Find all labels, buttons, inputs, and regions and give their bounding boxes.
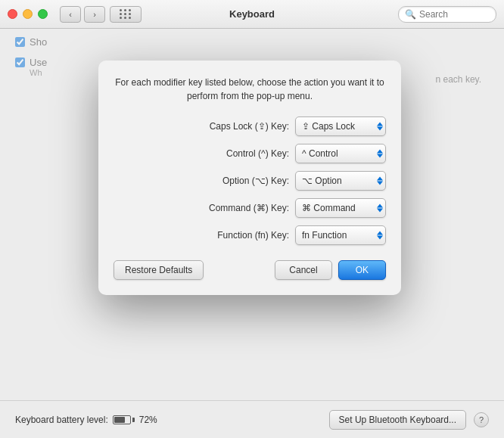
option-row: Option (⌥) Key: ⇪ Caps Lock ^ Control ⌥ …	[114, 171, 386, 191]
titlebar: ‹ › Keyboard 🔍	[0, 0, 504, 29]
caps-lock-select[interactable]: ⇪ Caps Lock ^ Control ⌥ Option ⌘ Command…	[295, 116, 386, 136]
battery-body	[113, 415, 131, 424]
modal-description: For each modifier key listed below, choo…	[114, 76, 386, 103]
maximize-button[interactable]	[38, 9, 48, 19]
battery-fill	[114, 417, 125, 423]
cancel-button[interactable]: Cancel	[275, 260, 331, 280]
apps-button[interactable]	[110, 6, 142, 23]
checkbox-use-sublabel: Wh	[30, 68, 47, 77]
option-select[interactable]: ⇪ Caps Lock ^ Control ⌥ Option ⌘ Command…	[295, 171, 386, 191]
window-title: Keyboard	[229, 8, 275, 20]
control-row: Control (^) Key: ⇪ Caps Lock ^ Control ⌥…	[114, 144, 386, 163]
control-select[interactable]: ⇪ Caps Lock ^ Control ⌥ Option ⌘ Command…	[295, 144, 386, 163]
footer: Keyboard battery level: 72% Set Up Bluet…	[0, 400, 504, 438]
bluetooth-button[interactable]: Set Up Bluetooth Keyboard...	[329, 410, 466, 430]
battery-tip	[132, 418, 135, 422]
traffic-lights	[8, 9, 48, 19]
checkbox-show-label: Sho	[30, 36, 47, 48]
option-select-wrapper: ⇪ Caps Lock ^ Control ⌥ Option ⌘ Command…	[295, 171, 386, 191]
battery-label: Keyboard battery level:	[15, 415, 108, 425]
function-row: Function (fn) Key: ⇪ Caps Lock ^ Control…	[114, 225, 386, 245]
checkbox-show[interactable]	[15, 37, 25, 47]
restore-defaults-button[interactable]: Restore Defaults	[114, 260, 204, 280]
apps-grid-icon	[120, 9, 132, 19]
battery-percentage: 72%	[139, 415, 157, 425]
command-select-wrapper: ⇪ Caps Lock ^ Control ⌥ Option ⌘ Command…	[295, 198, 386, 218]
battery-icon	[113, 415, 135, 424]
command-label: Command (⌘) Key:	[183, 203, 289, 213]
each-key-note: n each key.	[436, 74, 481, 85]
caps-lock-row: Caps Lock (⇪) Key: ⇪ Caps Lock ^ Control…	[114, 116, 386, 136]
close-button[interactable]	[8, 9, 17, 19]
control-select-wrapper: ⇪ Caps Lock ^ Control ⌥ Option ⌘ Command…	[295, 144, 386, 163]
search-icon: 🔍	[405, 9, 416, 20]
minimize-button[interactable]	[23, 9, 33, 19]
back-button[interactable]: ‹	[60, 6, 81, 23]
ok-cancel-group: Cancel OK	[275, 260, 386, 280]
nav-buttons: ‹ ›	[60, 6, 105, 23]
help-button[interactable]: ?	[474, 412, 489, 427]
forward-button[interactable]: ›	[84, 6, 105, 23]
search-box[interactable]: 🔍	[398, 6, 496, 23]
checkbox-use[interactable]	[15, 57, 25, 67]
bg-checkbox-1: Sho	[15, 36, 489, 48]
ok-button[interactable]: OK	[338, 260, 386, 280]
command-row: Command (⌘) Key: ⇪ Caps Lock ^ Control ⌥…	[114, 198, 386, 218]
caps-lock-select-wrapper: ⇪ Caps Lock ^ Control ⌥ Option ⌘ Command…	[295, 116, 386, 136]
battery-section: Keyboard battery level: 72%	[15, 415, 157, 425]
checkbox-use-label: Use	[30, 57, 47, 68]
function-select-wrapper: ⇪ Caps Lock ^ Control ⌥ Option ⌘ Command…	[295, 225, 386, 245]
footer-buttons: Set Up Bluetooth Keyboard... ?	[329, 410, 489, 430]
option-label: Option (⌥) Key:	[183, 176, 289, 186]
control-label: Control (^) Key:	[183, 148, 289, 159]
search-input[interactable]	[419, 9, 490, 20]
function-label: Function (fn) Key:	[183, 230, 289, 241]
command-select[interactable]: ⇪ Caps Lock ^ Control ⌥ Option ⌘ Command…	[295, 198, 386, 218]
caps-lock-label: Caps Lock (⇪) Key:	[183, 121, 289, 132]
function-select[interactable]: ⇪ Caps Lock ^ Control ⌥ Option ⌘ Command…	[295, 225, 386, 245]
modal-buttons: Restore Defaults Cancel OK	[114, 260, 386, 280]
modal-dialog: For each modifier key listed below, choo…	[98, 61, 401, 295]
